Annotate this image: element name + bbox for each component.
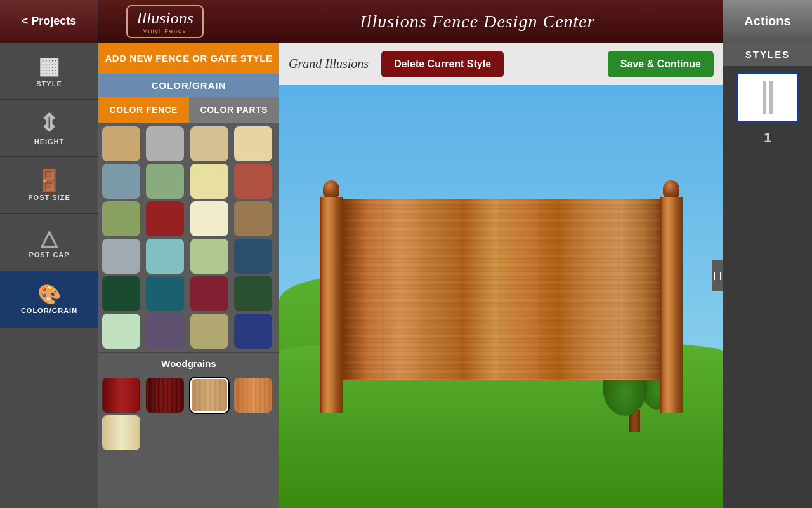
back-button[interactable]: < Projects [0,0,98,43]
woodgrain-swatch-light-wood[interactable] [102,415,140,450]
fence-panel [343,199,660,380]
tab-color-parts[interactable]: COLOR PARTS [189,97,280,123]
color-swatch-gray[interactable] [146,126,184,161]
woodgrain-swatch-red-medium[interactable] [146,378,184,413]
logo-box: Illusions Vinyl Fence [126,5,204,38]
color-swatch-tan[interactable] [102,126,140,161]
panel-toggle-button[interactable]: ❙❙ [712,260,723,291]
logo-sub-text: Vinyl Fence [136,28,193,34]
color-swatch-wheat[interactable] [190,126,228,161]
sidebar-item-style[interactable]: ▦ STYLE [0,43,98,100]
actions-label: Actions [744,14,790,29]
right-post-cap [663,180,679,198]
color-swatch-purple[interactable] [146,314,184,349]
color-swatch-steel-blue[interactable] [102,164,140,199]
color-swatch-ivory[interactable] [190,201,228,236]
tab-color-fence[interactable]: COLOR FENCE [98,97,189,123]
fence-preview [279,85,723,508]
mini-post-right [769,81,773,114]
add-style-button[interactable]: ADD NEW FENCE OR GATE STYLE [98,43,279,74]
sidebar-item-color-grain[interactable]: 🎨 COLOR/GRAIN [0,271,98,328]
color-swatch-royal-blue[interactable] [234,314,272,349]
post-size-label: POST SIZE [28,194,70,201]
post-cap-label: POST CAP [29,251,69,258]
color-swatch-olive[interactable] [102,201,140,236]
color-swatch-navy[interactable] [234,239,272,274]
post-size-icon: 🚪 [36,170,63,191]
color-swatch-khaki[interactable] [190,314,228,349]
woodgrain-swatch-grid [98,374,279,454]
color-swatch-cream[interactable] [234,126,272,161]
mini-post-left [763,81,766,114]
color-swatch-crimson[interactable] [146,201,184,236]
actions-button[interactable]: Actions [723,0,812,43]
color-swatch-teal-dark[interactable] [146,276,184,311]
color-grain-header: COLOR/GRAIN [98,74,279,97]
color-grain-header-text: COLOR/GRAIN [152,80,226,91]
color-swatch-mint[interactable] [102,314,140,349]
left-sidebar: ▦ STYLE ⇕ HEIGHT 🚪 POST SIZE △ POST CAP … [0,43,98,508]
logo: Illusions Vinyl Fence [98,5,232,38]
color-grain-label: COLOR/GRAIN [21,307,77,314]
sidebar-item-post-size[interactable]: 🚪 POST SIZE [0,157,98,214]
save-continue-button[interactable]: Save & Continue [608,51,714,77]
left-post-cap [323,180,339,198]
post-cap-icon: △ [41,227,58,248]
preview-area: Grand Illusions Delete Current Style Sav… [279,43,723,508]
color-grain-icon: 🎨 [37,285,62,304]
color-swatch-slate[interactable] [102,239,140,274]
right-post-body [660,197,683,413]
style-icon: ▦ [38,55,60,77]
color-swatch-dark-green[interactable] [102,276,140,311]
styles-header-text: STYLES [745,49,790,60]
height-icon: ⇕ [39,111,60,135]
app-header: < Projects Illusions Vinyl Fence Illusio… [0,0,812,43]
color-swatch-forest[interactable] [234,276,272,311]
woodgrain-swatch-cedar[interactable] [234,378,272,413]
color-swatch-rust[interactable] [234,164,272,199]
color-swatch-sage[interactable] [146,164,184,199]
add-style-label: ADD NEW FENCE OR GATE STYLE [105,53,272,64]
style-thumbnail[interactable] [736,72,799,123]
styles-header: STYLES [723,43,812,66]
color-swatch-grid [98,123,279,352]
delete-style-label: Delete Current Style [394,58,491,69]
style-number: 1 [764,130,771,146]
save-continue-label: Save & Continue [620,58,701,69]
fence-structure [320,180,683,413]
left-post-body [320,197,343,413]
right-styles-panel: STYLES 1 ❙❙ [723,43,812,508]
style-label: STYLE [36,80,62,88]
tab-fence-label: COLOR FENCE [110,105,178,115]
sidebar-item-post-cap[interactable]: △ POST CAP [0,214,98,271]
color-swatch-light-yellow[interactable] [190,164,228,199]
woodgrains-header: Woodgrains [98,352,279,374]
woodgrain-swatch-oak[interactable] [190,378,228,413]
color-grain-panel: ADD NEW FENCE OR GATE STYLE COLOR/GRAIN … [98,43,279,508]
height-label: HEIGHT [34,138,65,145]
woodgrain-swatch-red-dark[interactable] [102,378,140,413]
main-body: ▦ STYLE ⇕ HEIGHT 🚪 POST SIZE △ POST CAP … [0,43,812,508]
color-swatch-teal-light[interactable] [146,239,184,274]
delete-style-button[interactable]: Delete Current Style [381,51,504,77]
app-title: Illusions Fence Design Center [232,11,723,32]
color-swatch-brown[interactable] [234,201,272,236]
back-label: < Projects [22,15,77,28]
sidebar-item-height[interactable]: ⇕ HEIGHT [0,100,98,157]
color-swatch-light-green[interactable] [190,239,228,274]
woodgrains-label: Woodgrains [161,358,216,369]
mini-fence-preview [760,79,775,117]
color-tabs: COLOR FENCE COLOR PARTS [98,97,279,123]
tab-parts-label: COLOR PARTS [200,105,268,115]
preview-toolbar: Grand Illusions Delete Current Style Sav… [279,43,723,85]
toolbar-brand: Grand Illusions [289,57,369,71]
logo-main-text: Illusions [136,9,193,28]
color-swatch-dark-red[interactable] [190,276,228,311]
